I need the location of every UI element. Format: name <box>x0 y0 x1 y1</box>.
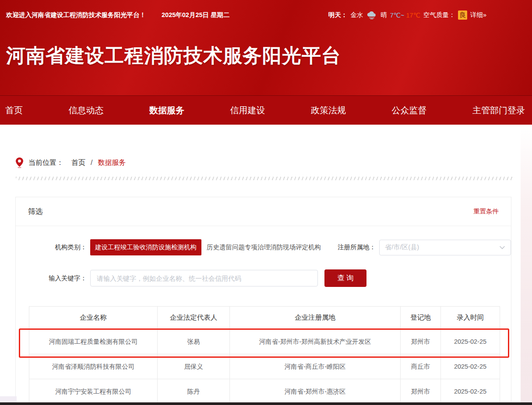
welcome-text: 欢迎进入河南省建设工程消防技术服务阳光平台！ <box>6 11 146 19</box>
breadcrumb-home[interactable]: 首页 <box>71 158 85 168</box>
table-row[interactable]: 河南省泽顺消防科技有限公司 屈保义 河南省-商丘市-睢阳区 商丘市 2025-0… <box>29 354 500 379</box>
keyword-input[interactable] <box>90 270 318 286</box>
site-header: 欢迎进入河南省建设工程消防技术服务阳光平台！ 2025年02月25日 星期二 明… <box>0 0 532 95</box>
cell-entry-date: 2025-02-25 <box>441 329 500 354</box>
nav-item-admin-login[interactable]: 主管部门登录 <box>472 105 525 116</box>
weather-district: 金水 <box>350 11 363 19</box>
keyword-label: 输入关键字： <box>29 274 87 283</box>
breadcrumb: 当前位置： 首页 / 数据服务 <box>16 157 126 168</box>
temp-high: 17℃ <box>406 12 420 19</box>
temp-range-separator: ~ <box>401 12 404 19</box>
category-filter-row: 机构类别： 建设工程竣工验收消防设施检测机构 历史遗留问题专项治理消防现场评定机… <box>16 239 511 255</box>
nav-item-credit[interactable]: 信用建设 <box>230 105 265 116</box>
col-header-entry-date: 录入时间 <box>441 307 500 329</box>
cell-company: 河南宇宁安装工程有限公司 <box>29 379 158 404</box>
page-edge-tint-left <box>0 396 17 402</box>
cell-registered-place: 河南省-郑州市-惠济区 <box>230 379 401 404</box>
cell-entry-date: 2025-02-25 <box>441 354 500 379</box>
filter-panel-header: 筛选 重置条件 <box>16 197 511 226</box>
nav-item-data-service[interactable]: 数据服务 <box>149 105 184 116</box>
col-header-legal-rep: 企业法定代表人 <box>158 307 230 329</box>
cell-company: 河南固瑞工程质量检测有限公司 <box>29 329 158 354</box>
temp-low: 7℃ <box>390 12 401 19</box>
cell-legal-rep: 张易 <box>158 329 230 354</box>
table-row[interactable]: 河南宇宁安装工程有限公司 陈丹 河南省-郑州市-惠济区 郑州市 2025-02-… <box>29 379 500 404</box>
cell-legal-rep: 陈丹 <box>158 379 230 404</box>
bottom-dark-bar <box>0 402 532 405</box>
cell-registry-city: 郑州市 <box>401 379 441 404</box>
filter-title: 筛选 <box>28 206 43 216</box>
page-title: 河南省建设工程消防技术服务阳光平台 <box>6 43 341 69</box>
reset-filters-link[interactable]: 重置条件 <box>473 207 499 216</box>
results-table: 企业名称 企业法定代表人 企业注册属地 登记地 录入时间 河南固瑞工程质量检测有… <box>29 306 500 404</box>
col-header-company: 企业名称 <box>29 307 158 329</box>
weather-temp-range: 7℃~ 17℃ <box>390 12 420 19</box>
weather-detail-link[interactable]: 详细» <box>470 11 486 19</box>
cell-company: 河南省泽顺消防科技有限公司 <box>29 354 158 379</box>
cell-registry-city: 郑州市 <box>401 329 441 354</box>
col-header-registered-place: 企业注册属地 <box>230 307 401 329</box>
air-quality-badge: 良 <box>458 10 467 20</box>
air-quality-label: 空气质量： <box>423 11 455 19</box>
nav-item-home[interactable]: 首页 <box>5 105 23 116</box>
cell-legal-rep: 屈保义 <box>158 354 230 379</box>
cell-entry-date: 2025-02-25 <box>441 379 500 404</box>
nav-item-news[interactable]: 信息动态 <box>69 105 104 116</box>
weather-tomorrow-label: 明天： <box>328 11 348 19</box>
nav-item-supervision[interactable]: 公众监督 <box>392 105 427 116</box>
cell-registry-city: 商丘市 <box>401 354 441 379</box>
breadcrumb-label: 当前位置： <box>28 158 63 168</box>
location-pin-icon <box>16 157 23 168</box>
nav-item-policy[interactable]: 政策法规 <box>311 105 346 116</box>
topbar: 欢迎进入河南省建设工程消防技术服务阳光平台！ 2025年02月25日 星期二 明… <box>6 10 532 20</box>
table-header-row: 企业名称 企业法定代表人 企业注册属地 登记地 录入时间 <box>29 307 500 329</box>
cell-registered-place: 河南省-商丘市-睢阳区 <box>230 354 401 379</box>
main-nav: 首页 信息动态 数据服务 信用建设 政策法规 公众监督 主管部门登录 <box>0 95 532 125</box>
col-header-registry-city: 登记地 <box>401 307 441 329</box>
search-button[interactable]: 查 询 <box>324 269 366 287</box>
keyword-filter-row: 输入关键字： 查 询 <box>16 269 511 287</box>
current-date: 2025年02月25日 星期二 <box>162 11 230 19</box>
weather-condition: 晴 <box>381 11 387 19</box>
chevron-down-icon <box>499 244 505 251</box>
region-label: 注册所属地： <box>338 243 376 251</box>
region-select-placeholder: 省/市/区(县) <box>385 243 419 251</box>
category-chip-active[interactable]: 建设工程竣工验收消防设施检测机构 <box>90 239 201 255</box>
region-select[interactable]: 省/市/区(县) <box>379 240 511 255</box>
table-row[interactable]: 河南固瑞工程质量检测有限公司 张易 河南省-郑州市-郑州高新技术产业开发区 郑州… <box>29 329 500 354</box>
filter-panel: 筛选 重置条件 机构类别： 建设工程竣工验收消防设施检测机构 历史遗留问题专项治… <box>15 197 511 405</box>
page-edge-tint-right <box>521 125 532 402</box>
weather-widget: 明天： 金水 晴 7℃~ 17℃ 空气质量： 良 详细» <box>328 10 486 20</box>
cloud-icon <box>366 11 377 20</box>
cell-registered-place: 河南省-郑州市-郑州高新技术产业开发区 <box>230 329 401 354</box>
breadcrumb-current: 数据服务 <box>98 158 126 168</box>
slash-pattern-divider <box>16 177 512 180</box>
category-label: 机构类别： <box>29 243 87 251</box>
breadcrumb-separator: / <box>91 159 92 167</box>
category-chip-inactive[interactable]: 历史遗留问题专项治理消防现场评定机构 <box>207 243 321 251</box>
